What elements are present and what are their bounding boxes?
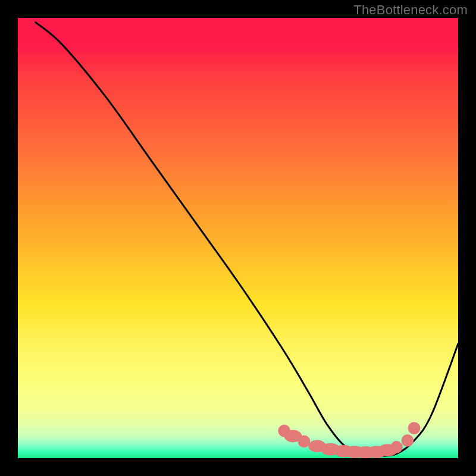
chart-frame: TheBottleneck.com xyxy=(0,0,476,476)
plot-area xyxy=(18,18,458,458)
marker-points xyxy=(278,422,420,458)
curve-path xyxy=(36,22,458,456)
marker-dot xyxy=(402,434,414,447)
curve-line xyxy=(36,22,458,456)
marker-dot xyxy=(390,441,403,453)
marker-dot xyxy=(408,422,421,434)
chart-svg xyxy=(18,18,458,458)
watermark-text: TheBottleneck.com xyxy=(353,2,468,18)
marker-dot xyxy=(298,436,311,448)
